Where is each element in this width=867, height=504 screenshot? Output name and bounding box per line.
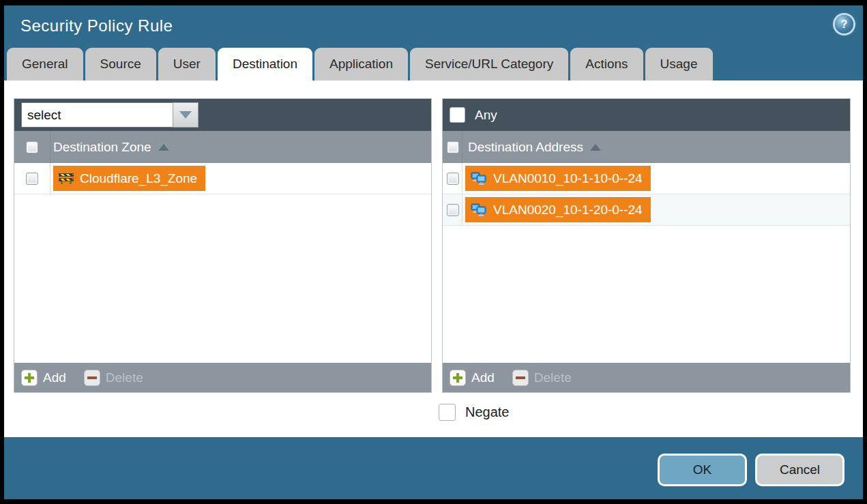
tab-general[interactable]: General: [7, 48, 83, 80]
zone-delete-label: Delete: [106, 370, 143, 385]
tab-user[interactable]: User: [158, 48, 216, 80]
table-row[interactable]: Cloudflare_L3_Zone: [14, 163, 431, 194]
tab-destination[interactable]: Destination: [218, 48, 312, 80]
zone-entry-chip[interactable]: Cloudflare_L3_Zone: [53, 166, 205, 191]
address-panel-header: Any: [443, 99, 850, 131]
destination-zone-panel: Destination Zone Cloudflare_: [14, 98, 432, 393]
row-checkbox[interactable]: [26, 173, 38, 185]
zone-entry-label: Cloudflare_L3_Zone: [80, 171, 197, 186]
minus-icon: [512, 370, 529, 386]
row-checkbox-cell: [14, 163, 50, 194]
tab-content-destination: Destination Zone Cloudflare_: [4, 80, 863, 443]
row-checkbox[interactable]: [447, 204, 459, 216]
sort-ascending-icon: [158, 144, 169, 151]
zone-add-label: Add: [43, 370, 66, 385]
any-label: Any: [475, 108, 497, 123]
zone-header-checkbox-cell: [14, 131, 50, 163]
row-checkbox-cell: [443, 194, 462, 225]
security-policy-rule-dialog: Security Policy Rule ? General Source Us…: [0, 0, 867, 504]
address-entry-label: VLAN0010_10-1-10-0--24: [493, 171, 643, 186]
address-column-label: Destination Address: [468, 140, 583, 155]
titlebar: Security Policy Rule ?: [4, 5, 863, 48]
address-add-label: Add: [471, 370, 495, 385]
negate-label: Negate: [465, 404, 510, 420]
zone-panel-header: [14, 99, 431, 131]
address-delete-label: Delete: [534, 370, 572, 385]
destination-address-panel: Any Destination Address: [442, 98, 851, 393]
row-checkbox[interactable]: [447, 173, 459, 185]
tab-source[interactable]: Source: [85, 48, 156, 80]
table-row[interactable]: VLAN0020_10-1-20-0--24: [443, 194, 850, 226]
tab-bar: General Source User Destination Applicat…: [4, 48, 863, 80]
zone-select-trigger[interactable]: [173, 102, 199, 128]
zone-panel-footer: Add Delete: [14, 363, 431, 392]
zone-icon: [59, 173, 74, 184]
tab-application[interactable]: Application: [314, 48, 408, 80]
tab-usage[interactable]: Usage: [645, 48, 713, 80]
help-icon[interactable]: ?: [835, 15, 853, 33]
tab-actions[interactable]: Actions: [570, 48, 643, 80]
zone-select-all-checkbox[interactable]: [26, 141, 38, 153]
address-header-checkbox-cell: [443, 131, 462, 163]
row-checkbox-cell: [443, 163, 462, 194]
negate-row: Negate: [439, 404, 510, 421]
sort-ascending-icon: [590, 144, 601, 151]
address-entry-chip[interactable]: VLAN0010_10-1-10-0--24: [465, 166, 651, 191]
zone-list: Cloudflare_L3_Zone: [14, 163, 431, 364]
plus-icon: [450, 370, 466, 386]
any-checkbox[interactable]: [450, 107, 465, 123]
zone-add-button[interactable]: Add: [21, 370, 66, 386]
cancel-button[interactable]: Cancel: [755, 454, 844, 486]
network-icon: [471, 172, 487, 185]
tab-service-url-category[interactable]: Service/URL Category: [410, 48, 568, 80]
address-delete-button[interactable]: Delete: [512, 370, 572, 386]
zone-delete-button[interactable]: Delete: [84, 370, 143, 386]
dialog-title: Security Policy Rule: [20, 16, 173, 35]
table-row[interactable]: VLAN0010_10-1-10-0--24: [443, 163, 850, 194]
address-column-header[interactable]: Destination Address: [443, 131, 850, 163]
dialog-frame: Security Policy Rule ? General Source Us…: [4, 5, 863, 499]
network-icon: [471, 203, 487, 216]
zone-column-label: Destination Zone: [53, 140, 151, 155]
negate-checkbox[interactable]: [439, 404, 456, 421]
zone-select-input[interactable]: [21, 102, 173, 128]
zone-column-header[interactable]: Destination Zone: [14, 131, 431, 163]
chevron-down-icon: [179, 111, 192, 119]
dialog-footer: OK Cancel: [4, 437, 863, 499]
zone-select-combo: [21, 102, 199, 128]
ok-button[interactable]: OK: [658, 454, 747, 486]
address-entry-label: VLAN0020_10-1-20-0--24: [493, 203, 643, 218]
address-entry-chip[interactable]: VLAN0020_10-1-20-0--24: [465, 197, 651, 222]
address-panel-footer: Add Delete: [443, 363, 850, 392]
address-add-button[interactable]: Add: [450, 370, 495, 386]
address-list: VLAN0010_10-1-10-0--24: [443, 163, 850, 364]
address-select-all-checkbox[interactable]: [447, 141, 459, 153]
plus-icon: [21, 370, 38, 386]
minus-icon: [84, 370, 100, 386]
